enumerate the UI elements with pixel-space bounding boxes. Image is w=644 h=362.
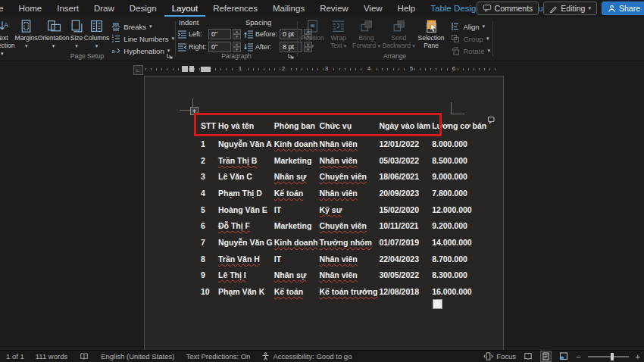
- table-cell[interactable]: Nhân sự: [274, 172, 307, 181]
- table-cell[interactable]: Kỹ sư: [320, 205, 342, 214]
- table-cell[interactable]: 7: [201, 238, 205, 247]
- column-header[interactable]: Phòng ban: [273, 116, 318, 136]
- proofing-status-icon[interactable]: [79, 351, 89, 361]
- margins-button[interactable]: Margins ▾: [15, 19, 38, 50]
- table-row[interactable]: 5Hoàng Văn EITKỹ sư15/02/202012.000.000: [199, 201, 486, 218]
- breaks-button[interactable]: Breaks▾: [111, 22, 174, 31]
- menu-tab-insert[interactable]: Insert: [49, 0, 86, 17]
- comments-button[interactable]: Comments: [477, 2, 539, 15]
- table-cell[interactable]: 3: [201, 172, 205, 181]
- menu-tab-design[interactable]: Design: [122, 0, 164, 17]
- column-header[interactable]: Họ và tên: [217, 116, 273, 136]
- table-cell[interactable]: Hoàng Văn E: [218, 205, 267, 214]
- web-layout-button[interactable]: [558, 351, 569, 361]
- menu-tab-view[interactable]: View: [356, 0, 390, 17]
- table-cell[interactable]: 12/08/2018: [379, 287, 419, 296]
- table-row[interactable]: 2Trần Thị BMarketingNhân viên05/03/20228…: [199, 152, 486, 169]
- indent-right-input[interactable]: 0": [208, 42, 231, 52]
- table-cell[interactable]: 1: [201, 139, 205, 148]
- table-cell[interactable]: Nguyễn Văn G: [218, 238, 273, 247]
- table-cell[interactable]: 12/01/2022: [379, 139, 419, 148]
- accessibility-status[interactable]: Accessibility: Good to go: [261, 352, 352, 360]
- menu-tab-references[interactable]: References: [205, 0, 265, 17]
- table-cell[interactable]: 9: [201, 270, 205, 279]
- table-cell[interactable]: Marketing: [274, 156, 312, 165]
- size-button[interactable]: Size ▾: [69, 19, 83, 50]
- tab-selector[interactable]: ∟: [133, 65, 143, 75]
- table-cell[interactable]: Đỗ Thị F: [218, 221, 250, 230]
- menu-tab-home[interactable]: Home: [11, 0, 50, 17]
- menu-tab-file[interactable]: File: [0, 0, 11, 17]
- table-cell[interactable]: 01/07/2019: [379, 238, 419, 247]
- table-row[interactable]: 1Nguyễn Văn AKinh doanhNhân viên12/01/20…: [199, 136, 486, 152]
- table-cell[interactable]: 8.700.000: [432, 254, 467, 264]
- table-cell[interactable]: 8.500.000: [432, 156, 467, 165]
- table-cell[interactable]: 8: [201, 254, 205, 264]
- shape-selection-handle[interactable]: [433, 299, 442, 309]
- table-cell[interactable]: Nhân viên: [320, 139, 358, 148]
- table-cell[interactable]: Phạm Thị D: [218, 189, 262, 198]
- text-direction-button[interactable]: A Text Direction ▾: [0, 19, 15, 57]
- indent-right-spinner[interactable]: ▴▾: [233, 42, 241, 52]
- table-cell[interactable]: 6: [201, 221, 205, 230]
- column-header[interactable]: STT: [199, 116, 217, 136]
- zoom-out-button[interactable]: −: [576, 353, 580, 360]
- table-cell[interactable]: 7.800.000: [432, 189, 467, 198]
- page-setup-dialog-launcher-icon[interactable]: [167, 53, 173, 59]
- document-page[interactable]: + STTHọ và tênPhòng banChức vụNgày vào l…: [144, 76, 504, 351]
- table-cell[interactable]: Kế toán: [274, 287, 304, 296]
- table-cell[interactable]: 9.000.000: [432, 172, 467, 181]
- table-cell[interactable]: IT: [274, 205, 281, 214]
- table-cell[interactable]: Nhân viên: [320, 254, 358, 264]
- table-cell[interactable]: Lê Văn C: [218, 172, 252, 181]
- indent-left-input[interactable]: 0": [208, 29, 231, 39]
- table-cell[interactable]: 9.200.000: [432, 221, 467, 230]
- table-cell[interactable]: 20/09/2023: [379, 189, 419, 198]
- zoom-slider-thumb[interactable]: [611, 353, 614, 360]
- read-mode-button[interactable]: [523, 351, 533, 361]
- table-cell[interactable]: Kế toán: [274, 189, 304, 198]
- menu-tab-layout[interactable]: Layout: [164, 0, 206, 17]
- table-cell[interactable]: Lê Thị I: [218, 270, 246, 279]
- table-column-marker[interactable]: [201, 67, 211, 72]
- table-cell[interactable]: 18/06/2021: [379, 172, 419, 181]
- table-cell[interactable]: 10/11/2021: [379, 221, 418, 230]
- table-cell[interactable]: Nguyễn Văn A: [218, 139, 272, 148]
- table-cell[interactable]: 15/02/2020: [379, 205, 419, 214]
- table-cell[interactable]: Nhân viên: [320, 189, 358, 198]
- table-cell[interactable]: 14.000.000: [432, 238, 472, 247]
- employee-table[interactable]: STTHọ và tênPhòng banChức vụNgày vào làm…: [199, 116, 486, 300]
- print-layout-button[interactable]: [540, 351, 552, 362]
- table-cell[interactable]: 4: [201, 189, 205, 198]
- table-cell[interactable]: 8.000.000: [432, 139, 467, 148]
- table-row[interactable]: 6Đỗ Thị FMarketingChuyên viên10/11/20219…: [199, 217, 486, 234]
- language-status[interactable]: English (United States): [101, 352, 174, 360]
- word-count-status[interactable]: 111 words: [36, 352, 67, 360]
- table-cell[interactable]: 10: [201, 287, 210, 296]
- table-cell[interactable]: Nhân sự: [274, 270, 307, 279]
- table-cell[interactable]: 8.300.000: [432, 270, 467, 279]
- table-cell[interactable]: Kế toán trưởng: [320, 287, 378, 296]
- align-button[interactable]: Align▾: [451, 22, 490, 31]
- orientation-button[interactable]: Orientation ▾: [38, 19, 70, 50]
- table-cell[interactable]: IT: [274, 254, 281, 264]
- table-cell[interactable]: Trưởng nhóm: [320, 238, 372, 247]
- indent-marker[interactable]: [189, 66, 194, 72]
- table-row[interactable]: 9Lê Thị INhân sựNhân viên30/05/20228.300…: [199, 267, 486, 284]
- menu-tab-draw[interactable]: Draw: [86, 0, 122, 17]
- table-cell[interactable]: 22/04/2023: [379, 254, 419, 264]
- menu-tab-review[interactable]: Review: [312, 0, 356, 17]
- indent-left-spinner[interactable]: ▴▾: [233, 29, 241, 39]
- share-button[interactable]: Share: [602, 2, 644, 15]
- columns-button[interactable]: Columns ▾: [84, 19, 110, 50]
- table-cell[interactable]: 12.000.000: [432, 205, 472, 214]
- table-row[interactable]: 10Phạm Văn KKế toánKế toán trưởng12/08/2…: [199, 283, 486, 300]
- table-cell[interactable]: Trần Thị B: [218, 156, 257, 165]
- table-cell[interactable]: 05/03/2022: [379, 156, 419, 165]
- column-header[interactable]: Chức vụ: [318, 116, 378, 136]
- zoom-slider[interactable]: [588, 356, 629, 357]
- table-cell[interactable]: Chuyên viên: [320, 172, 367, 181]
- table-row[interactable]: 4Phạm Thị DKế toánNhân viên20/09/20237.8…: [199, 185, 486, 201]
- table-cell[interactable]: Nhân viên: [320, 156, 358, 165]
- column-header[interactable]: Ngày vào làm: [377, 116, 430, 136]
